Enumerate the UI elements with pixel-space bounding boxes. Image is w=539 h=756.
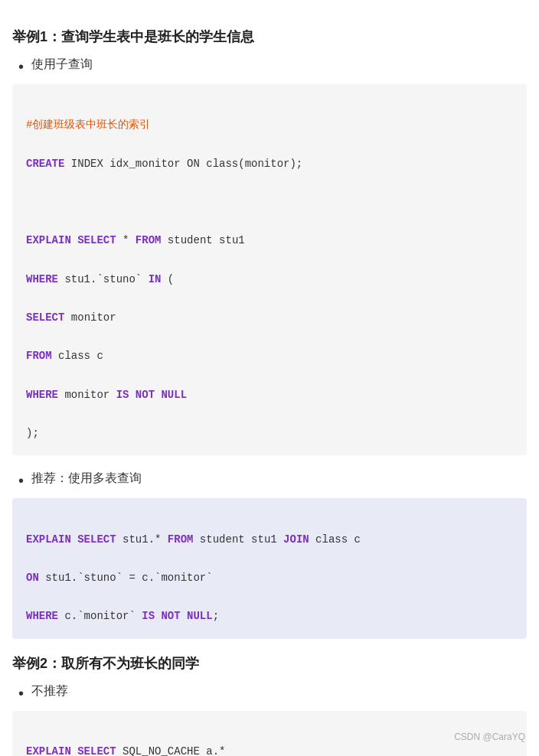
- bullet-label-2: 推荐：使用多表查询: [31, 471, 142, 487]
- section2-title: 举例2：取所有不为班长的同学: [12, 654, 527, 673]
- bullet-multijoin: • 推荐：使用多表查询: [18, 471, 527, 490]
- comment-line: #创建班级表中班长的索引: [26, 119, 150, 131]
- code-block-3: EXPLAIN SELECT SQL_NO_CACHE a.* FROM stu…: [12, 711, 527, 757]
- bullet-label-1: 使用子查询: [31, 57, 93, 73]
- code-block-1: #创建班级表中班长的索引 CREATE INDEX idx_monitor ON…: [12, 84, 527, 455]
- bullet-dot-2: •: [18, 471, 24, 490]
- bullet-dot-1: •: [18, 57, 24, 77]
- bullet-label-3: 不推荐: [31, 683, 68, 699]
- bullet-subquery: • 使用子查询: [18, 57, 527, 77]
- code-block-2: EXPLAIN SELECT stu1.* FROM student stu1 …: [12, 498, 527, 638]
- watermark: CSDN @CaraYQ: [454, 732, 525, 742]
- bullet-dot-3: •: [18, 683, 24, 703]
- section1-title: 举例1：查询学生表中是班长的学生信息: [12, 28, 527, 46]
- bullet-notrecommended: • 不推荐: [18, 683, 527, 703]
- create-kw: CREATE: [26, 158, 64, 170]
